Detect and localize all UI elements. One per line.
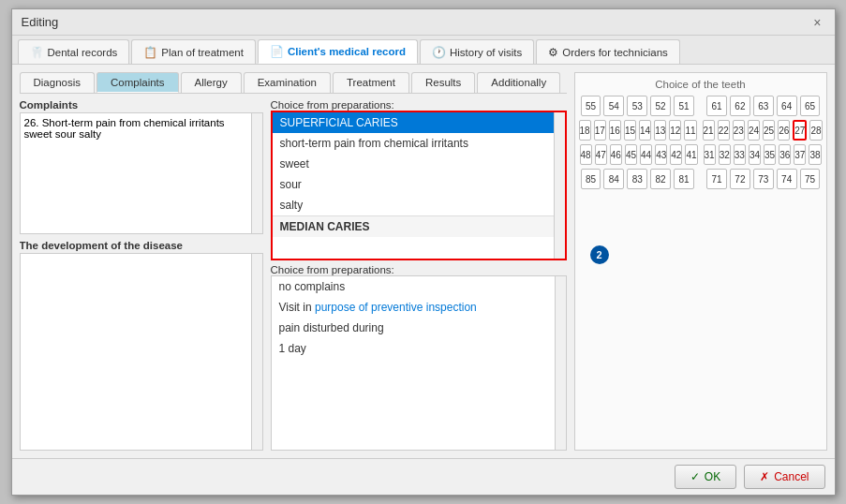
tab-treatment[interactable]: Treatment	[333, 72, 409, 93]
teeth-title: Choice of the teeth	[581, 79, 821, 90]
tab-complaints[interactable]: Complaints	[96, 72, 179, 93]
teeth-row-1: 55 54 53 52 51 61 62 63 64 65	[581, 96, 821, 116]
content-area: Diagnosis Complaints Allergy Examination…	[12, 65, 835, 458]
tooth-27[interactable]: 27	[793, 120, 807, 141]
orders-icon: ⚙	[548, 46, 558, 59]
tooth-37[interactable]: 37	[794, 144, 806, 165]
tooth-61[interactable]: 61	[706, 96, 727, 116]
tooth-52[interactable]: 52	[650, 96, 671, 116]
prep2-item-2[interactable]: pain disturbed during	[272, 318, 555, 338]
tooth-53[interactable]: 53	[627, 96, 647, 116]
tooth-38[interactable]: 38	[809, 144, 821, 165]
prep1-item-3[interactable]: sour	[273, 174, 554, 195]
tooth-46[interactable]: 46	[610, 144, 622, 165]
tooth-26[interactable]: 26	[778, 120, 790, 141]
tab-dental-records[interactable]: 🦷 Dental records	[18, 39, 130, 64]
tooth-42[interactable]: 42	[670, 144, 682, 165]
tooth-32[interactable]: 32	[719, 144, 731, 165]
tooth-36[interactable]: 36	[779, 144, 791, 165]
ok-icon: ✓	[690, 470, 700, 483]
tooth-31[interactable]: 31	[704, 144, 716, 165]
tab-plan-treatment[interactable]: 📋 Plan of treatment	[131, 39, 256, 64]
complaints-content[interactable]: 26. Short-term pain from chemical irrita…	[21, 113, 251, 233]
tab-allergy[interactable]: Allergy	[181, 72, 242, 93]
tooth-75[interactable]: 75	[800, 169, 821, 189]
prep2-item-1[interactable]: Visit in purpose of preventive inspectio…	[272, 297, 555, 318]
close-button[interactable]: ×	[809, 15, 824, 30]
tooth-33[interactable]: 33	[734, 144, 746, 165]
tooth-51[interactable]: 51	[674, 96, 694, 116]
tooth-35[interactable]: 35	[764, 144, 776, 165]
tooth-85[interactable]: 85	[581, 169, 601, 189]
tooth-15[interactable]: 15	[624, 120, 636, 141]
tooth-16[interactable]: 16	[609, 120, 621, 141]
tooth-13[interactable]: 13	[654, 120, 666, 141]
prep1-item-1[interactable]: short-term pain from chemical irritants	[273, 133, 554, 154]
development-box	[20, 253, 263, 451]
tooth-65[interactable]: 65	[800, 96, 821, 116]
prep1-item-0[interactable]: SUPERFICIAL CARIES	[273, 112, 554, 133]
prep1-item-5[interactable]: MEDIAN CARIES	[273, 215, 554, 237]
tooth-72[interactable]: 72	[730, 169, 750, 189]
prep2-list: no complains Visit in purpose of prevent…	[271, 275, 567, 451]
tooth-44[interactable]: 44	[640, 144, 652, 165]
teeth-grid: 55 54 53 52 51 61 62 63 64 65 18 17 16	[581, 96, 821, 189]
tooth-62[interactable]: 62	[730, 96, 750, 116]
tooth-64[interactable]: 64	[777, 96, 797, 116]
tooth-43[interactable]: 43	[655, 144, 667, 165]
tab-history-label: History of visits	[450, 47, 522, 58]
tab-orders-label: Orders for technicians	[562, 47, 668, 58]
tab-orders-technicians[interactable]: ⚙ Orders for technicians	[536, 39, 680, 64]
tooth-73[interactable]: 73	[753, 169, 774, 189]
tab-medical-record[interactable]: 📄 Client's medical record	[258, 39, 418, 64]
prep1-content[interactable]: SUPERFICIAL CARIES short-term pain from …	[273, 112, 554, 259]
complaints-scrollbar[interactable]	[251, 113, 262, 233]
prep2-content[interactable]: no complains Visit in purpose of prevent…	[272, 276, 555, 450]
tooth-11[interactable]: 11	[684, 120, 696, 141]
development-content[interactable]	[21, 254, 251, 450]
tooth-12[interactable]: 12	[669, 120, 681, 141]
tooth-22[interactable]: 22	[718, 120, 730, 141]
tooth-54[interactable]: 54	[603, 96, 624, 116]
prep1-item-4[interactable]: salty	[273, 195, 554, 215]
tab-additionally[interactable]: Additionally	[477, 72, 560, 93]
development-scrollbar[interactable]	[251, 254, 262, 450]
tooth-84[interactable]: 84	[603, 169, 624, 189]
prep2-item-0[interactable]: no complains	[272, 276, 555, 297]
tooth-24[interactable]: 24	[748, 120, 760, 141]
cancel-button[interactable]: ✗ Cancel	[744, 465, 824, 489]
tooth-25[interactable]: 25	[763, 120, 775, 141]
tooth-41[interactable]: 41	[685, 144, 697, 165]
prep1-scrollbar[interactable]	[554, 112, 565, 259]
prep2-scrollbar[interactable]	[555, 276, 566, 450]
tooth-71[interactable]: 71	[706, 169, 727, 189]
tab-diagnosis[interactable]: Diagnosis	[20, 72, 96, 93]
tooth-63[interactable]: 63	[753, 96, 774, 116]
tab-results[interactable]: Results	[411, 72, 475, 93]
tooth-21[interactable]: 21	[703, 120, 715, 141]
tooth-14[interactable]: 14	[639, 120, 651, 141]
ok-button[interactable]: ✓ OK	[675, 465, 736, 489]
tooth-82[interactable]: 82	[650, 169, 671, 189]
tooth-47[interactable]: 47	[595, 144, 607, 165]
tooth-74[interactable]: 74	[777, 169, 797, 189]
teeth-row-3: 48 47 46 45 44 43 42 41 31 32 33 34 35 3…	[581, 144, 821, 165]
tooth-55[interactable]: 55	[581, 96, 601, 116]
tooth-45[interactable]: 45	[625, 144, 637, 165]
medical-icon: 📄	[270, 45, 284, 58]
tooth-48[interactable]: 48	[580, 144, 592, 165]
tooth-81[interactable]: 81	[674, 169, 694, 189]
tooth-17[interactable]: 17	[594, 120, 606, 141]
prep2-item-3[interactable]: 1 day	[272, 338, 555, 359]
tooth-23[interactable]: 23	[733, 120, 745, 141]
tooth-34[interactable]: 34	[749, 144, 761, 165]
prep1-item-2[interactable]: sweet	[273, 154, 554, 174]
tab-examination[interactable]: Examination	[244, 72, 331, 93]
tooth-18[interactable]: 18	[579, 120, 591, 141]
tooth-83[interactable]: 83	[627, 169, 647, 189]
tab-medical-label: Client's medical record	[288, 46, 406, 57]
development-label: The development of the disease	[20, 240, 263, 251]
main-tabs: 🦷 Dental records 📋 Plan of treatment 📄 C…	[12, 36, 835, 65]
tooth-28[interactable]: 28	[809, 120, 822, 141]
tab-history-visits[interactable]: 🕐 History of visits	[420, 39, 534, 64]
